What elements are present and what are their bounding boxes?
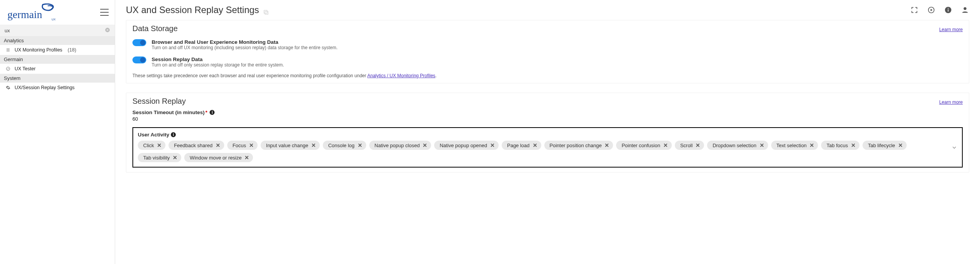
chip-label: Dropdown selection (712, 143, 756, 148)
footnote-post: . (435, 73, 436, 78)
user-activity-chip[interactable]: Scroll✕ (675, 141, 704, 150)
fullscreen-icon[interactable] (910, 6, 919, 14)
sidebar-item[interactable]: UX Tester (0, 64, 115, 74)
chip-remove-icon[interactable]: ✕ (898, 142, 903, 148)
user-activity-chip[interactable]: Pointer confusion✕ (616, 141, 671, 150)
chip-label: Native popup opened (440, 143, 487, 148)
user-activity-chip[interactable]: Focus✕ (227, 141, 258, 150)
user-activity-chip[interactable]: Tab focus✕ (821, 141, 859, 150)
session-timeout-info-icon[interactable]: i (210, 110, 215, 115)
user-icon[interactable] (961, 6, 969, 14)
data-storage-learn-more-link[interactable]: Learn more (939, 27, 963, 32)
user-activity-chip[interactable]: Native popup closed✕ (369, 141, 431, 150)
user-activity-chip[interactable]: Text selection✕ (771, 141, 818, 150)
chip-label: Click (143, 143, 154, 148)
user-activity-chip[interactable]: Tab lifecycle✕ (863, 141, 907, 150)
data-storage-section: Data Storage Learn more Browser and Real… (126, 20, 969, 83)
user-activity-block: User Activity i Click✕Feedback shared✕Fo… (132, 127, 963, 168)
page-title: UX and Session Replay Settings (126, 5, 269, 15)
session-replay-section: Session Replay Learn more Session Timeou… (126, 93, 969, 173)
session-replay-learn-more-link[interactable]: Learn more (939, 100, 963, 105)
svg-point-10 (948, 8, 949, 9)
session-timeout-label-text: Session Timeout (in minutes) (132, 110, 205, 115)
footnote-pre: These settings take precedence over each… (132, 73, 367, 78)
user-activity-dropdown-icon[interactable] (950, 144, 958, 151)
footnote-link[interactable]: Analytics / UX Monitoring Profiles (367, 73, 435, 78)
play-icon[interactable] (927, 6, 935, 14)
data-storage-footnote: These settings take precedence over each… (132, 71, 963, 78)
brand-text: germain (7, 8, 42, 20)
chip-label: Tab focus (826, 143, 848, 148)
svg-point-4 (7, 67, 10, 71)
menu-toggle-icon[interactable] (100, 9, 109, 16)
user-activity-chip[interactable]: Window move or resize✕ (184, 153, 253, 162)
page-title-text: UX and Session Replay Settings (126, 5, 259, 15)
chip-remove-icon[interactable]: ✕ (173, 154, 177, 161)
sidebar-item[interactable]: UX/Session Replay Settings (0, 83, 115, 93)
toggle-switch[interactable] (132, 39, 146, 46)
chip-remove-icon[interactable]: ✕ (760, 142, 764, 148)
data-storage-row-sub: Turn on and off only session replay stor… (152, 62, 284, 68)
data-storage-title: Data Storage (132, 24, 178, 33)
search-input[interactable] (5, 28, 105, 33)
sidebar-item-count: (18) (68, 47, 76, 53)
data-storage-row: Browser and Real User Experience Monitor… (132, 37, 963, 54)
toggle-switch[interactable] (132, 56, 146, 63)
chip-remove-icon[interactable]: ✕ (490, 142, 495, 148)
chip-remove-icon[interactable]: ✕ (663, 142, 668, 148)
required-asterisk: * (205, 110, 207, 115)
copy-icon[interactable] (263, 7, 269, 13)
user-activity-chips[interactable]: Click✕Feedback shared✕Focus✕Input value … (138, 141, 957, 162)
chip-remove-icon[interactable]: ✕ (157, 142, 162, 148)
chip-label: Pointer confusion (621, 143, 660, 148)
chip-label: Page load (507, 143, 530, 148)
session-timeout-label: Session Timeout (in minutes)* i (132, 110, 963, 115)
chip-remove-icon[interactable]: ✕ (358, 142, 362, 148)
user-activity-chip[interactable]: Input value change✕ (261, 141, 320, 150)
sidebar-item-label: UX Monitoring Profiles (15, 47, 62, 53)
user-activity-chip[interactable]: Click✕ (138, 141, 165, 150)
topbar: UX and Session Replay Settings (115, 0, 980, 18)
sidebar-item-label: UX/Session Replay Settings (15, 85, 74, 90)
main: UX and Session Replay Settings (115, 0, 980, 264)
topbar-actions (910, 6, 969, 14)
chip-label: Feedback shared (174, 143, 212, 148)
chip-remove-icon[interactable]: ✕ (249, 142, 254, 148)
user-activity-chip[interactable]: Feedback shared✕ (169, 141, 224, 150)
sidebar-search (0, 25, 115, 36)
chip-remove-icon[interactable]: ✕ (245, 154, 249, 161)
user-activity-chip[interactable]: Dropdown selection✕ (707, 141, 768, 150)
data-storage-row: Session Replay DataTurn on and off only … (132, 54, 963, 71)
brand-logo[interactable]: germain UX (6, 3, 68, 21)
user-activity-chip[interactable]: Native popup opened✕ (434, 141, 499, 150)
chip-remove-icon[interactable]: ✕ (605, 142, 609, 148)
nav-tree: AnalyticsUX Monitoring Profiles(18)Germa… (0, 36, 115, 93)
chip-remove-icon[interactable]: ✕ (696, 142, 700, 148)
user-activity-info-icon[interactable]: i (171, 132, 176, 137)
sidebar-item[interactable]: UX Monitoring Profiles(18) (0, 45, 115, 55)
clear-search-icon[interactable] (105, 27, 110, 34)
chip-remove-icon[interactable]: ✕ (311, 142, 316, 148)
data-storage-row-sub: Turn on and off UX monitoring (including… (152, 45, 337, 50)
user-activity-label: User Activity i (138, 132, 957, 138)
chip-label: Scroll (680, 143, 693, 148)
user-activity-chip[interactable]: Pointer position change✕ (544, 141, 613, 150)
user-activity-chip[interactable]: Page load✕ (502, 141, 541, 150)
chip-remove-icon[interactable]: ✕ (533, 142, 537, 148)
chip-remove-icon[interactable]: ✕ (851, 142, 856, 148)
gear-icon (5, 85, 11, 90)
chip-remove-icon[interactable]: ✕ (216, 142, 220, 148)
chip-label: Pointer position change (550, 143, 602, 148)
user-activity-chip[interactable]: Tab visibility✕ (138, 153, 181, 162)
chip-label: Input value change (266, 143, 308, 148)
chip-remove-icon[interactable]: ✕ (810, 142, 814, 148)
svg-rect-5 (265, 11, 268, 14)
info-icon[interactable] (944, 6, 952, 14)
chip-label: Focus (233, 143, 246, 148)
data-storage-row-title: Session Replay Data (152, 56, 284, 62)
session-timeout-value[interactable]: 60 (132, 115, 963, 127)
svg-rect-9 (948, 9, 949, 12)
sidebar-item-label: UX Tester (15, 66, 36, 71)
chip-remove-icon[interactable]: ✕ (423, 142, 427, 148)
user-activity-chip[interactable]: Console log✕ (323, 141, 366, 150)
